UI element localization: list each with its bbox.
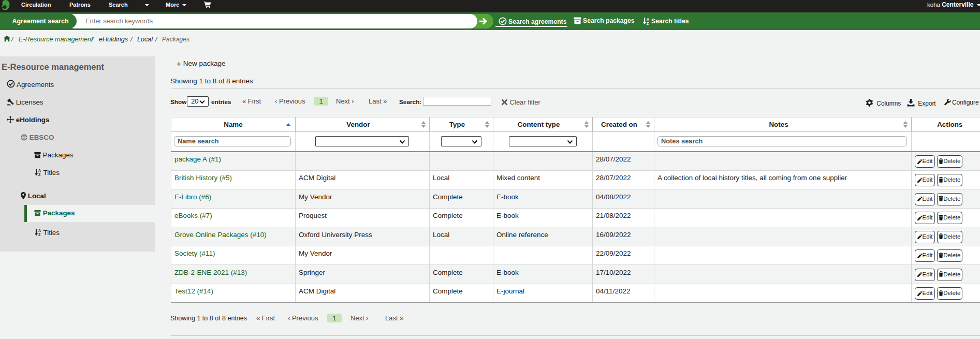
svg-text:A: A [38,229,41,232]
svg-text:A: A [38,169,41,172]
svg-text:Z: Z [647,21,649,25]
svg-text:Z: Z [38,173,41,176]
svg-text:A: A [647,17,649,21]
svg-text:Z: Z [38,233,41,237]
